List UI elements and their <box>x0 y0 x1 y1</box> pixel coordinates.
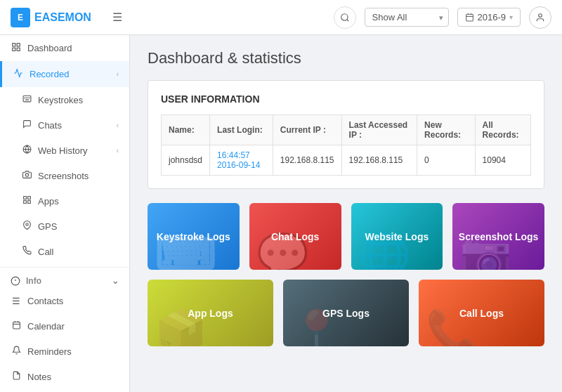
svg-rect-28 <box>13 322 20 329</box>
contacts-icon: ☰ <box>11 296 22 306</box>
date-label: 2016-9 <box>478 12 506 22</box>
gps-icon <box>21 221 32 232</box>
svg-point-6 <box>539 13 542 17</box>
cell-new-records: 0 <box>417 145 476 176</box>
call-logs-label: Call Logs <box>459 308 504 319</box>
chat-logs-label: Chat Logs <box>271 231 319 242</box>
date-button[interactable]: 2016-9 ▾ <box>457 8 521 27</box>
sidebar-item-chats[interactable]: Chats ‹ <box>0 112 129 138</box>
reminders-icon <box>11 346 22 357</box>
page-title: Dashboard & statistics <box>148 49 544 67</box>
contacts-label: Contacts <box>27 296 63 306</box>
show-all-select[interactable]: Show All <box>365 8 449 27</box>
svg-point-19 <box>25 174 28 176</box>
svg-point-0 <box>341 13 347 20</box>
svg-rect-10 <box>17 48 20 51</box>
sidebar-item-gps[interactable]: GPS <box>0 214 129 239</box>
show-all-wrapper: Show All <box>365 8 449 27</box>
card-screenshot-logs[interactable]: 📷 Screenshot Logs <box>452 203 544 270</box>
svg-rect-11 <box>23 96 31 102</box>
notes-icon <box>11 371 22 382</box>
svg-rect-20 <box>23 197 26 200</box>
sidebar-item-screenshots[interactable]: Screenshots <box>0 163 129 188</box>
logo-icon: E <box>11 8 30 27</box>
notes-label: Notes <box>27 372 51 382</box>
user-button[interactable] <box>529 6 551 29</box>
keystrokes-label: Keystrokes <box>38 95 83 105</box>
cell-current-ip: 192.168.8.115 <box>273 145 341 176</box>
card-website-logs[interactable]: 🌐 Website Logs <box>351 203 443 270</box>
chats-icon <box>21 119 32 131</box>
web-history-chevron-icon: ‹ <box>117 147 119 155</box>
sidebar-item-call[interactable]: Call <box>0 239 129 264</box>
user-info-card: USER INFORMATION Name: Last Login: Curre… <box>148 80 544 189</box>
app-name: EASEMON <box>34 11 91 24</box>
sidebar: Dashboard Recorded ‹ <box>0 35 130 392</box>
keystrokes-icon <box>21 94 32 105</box>
search-button[interactable] <box>334 6 356 29</box>
sidebar-item-reminders[interactable]: Reminders <box>0 339 129 364</box>
dashboard-icon <box>11 42 22 54</box>
apps-label: Apps <box>38 196 59 207</box>
sidebar-item-keystrokes[interactable]: Keystrokes <box>0 87 129 112</box>
app-logs-label: App Logs <box>188 308 233 319</box>
dashboard-label: Dashboard <box>27 43 72 53</box>
gps-logs-label: GPS Logs <box>322 308 370 319</box>
col-all-records: All Records: <box>475 115 530 145</box>
sidebar-item-web-history[interactable]: Web History ‹ <box>0 138 129 163</box>
chats-chevron-icon: ‹ <box>117 122 119 129</box>
svg-rect-21 <box>27 197 30 200</box>
top-nav: E EASEMON ☰ Show All 2016-9 ▾ <box>0 0 562 35</box>
cards-row-1: ⌨ Keystroke Logs 💬 Chat Logs 🌐 Website L… <box>148 203 544 270</box>
card-app-logs[interactable]: 📦 App Logs <box>148 280 273 346</box>
date-chevron-icon: ▾ <box>509 13 513 21</box>
web-history-icon <box>21 145 32 156</box>
user-info-table: Name: Last Login: Current IP : Last Acce… <box>161 115 531 176</box>
gps-label: GPS <box>38 221 57 232</box>
sidebar-item-apps[interactable]: Apps <box>0 188 129 214</box>
reminders-label: Reminders <box>27 346 72 357</box>
svg-rect-7 <box>13 44 15 46</box>
svg-rect-2 <box>466 14 473 21</box>
svg-rect-23 <box>27 201 30 204</box>
screenshots-icon <box>21 170 32 181</box>
sidebar-item-dashboard[interactable]: Dashboard <box>0 35 129 61</box>
sidebar-divider-1 <box>0 267 129 268</box>
call-icon <box>21 246 32 257</box>
sidebar-item-recorded[interactable]: Recorded ‹ <box>0 61 129 87</box>
recorded-icon <box>13 68 24 80</box>
cell-name: johnsdsd <box>162 145 210 176</box>
info-label: Info <box>26 276 41 286</box>
website-logs-label: Website Logs <box>365 231 429 242</box>
svg-rect-22 <box>23 201 26 204</box>
screenshots-label: Screenshots <box>38 171 89 181</box>
cell-last-accessed-ip: 192.168.8.115 <box>341 145 417 176</box>
calendar-icon <box>11 320 22 332</box>
svg-rect-9 <box>13 48 15 51</box>
info-chevron-icon: ⌄ <box>112 276 119 286</box>
main-content: Dashboard & statistics USER INFORMATION … <box>130 35 562 392</box>
user-info-row: johnsdsd 16:44:57 2016-09-14 192.168.8.1… <box>162 145 531 176</box>
svg-rect-8 <box>17 44 20 46</box>
hamburger-icon[interactable]: ☰ <box>112 11 122 24</box>
sidebar-item-voice-memos[interactable]: Voice Memos <box>0 389 129 392</box>
sidebar-item-calendar[interactable]: Calendar <box>0 313 129 339</box>
col-name: Name: <box>162 115 210 145</box>
apps-icon <box>21 195 32 207</box>
sidebar-item-notes[interactable]: Notes <box>0 364 129 389</box>
sidebar-item-contacts[interactable]: ☰ Contacts <box>0 289 129 313</box>
card-chat-logs[interactable]: 💬 Chat Logs <box>249 203 341 270</box>
chats-label: Chats <box>38 120 62 131</box>
svg-point-24 <box>25 223 27 226</box>
card-keystroke-logs[interactable]: ⌨ Keystroke Logs <box>148 203 240 270</box>
cell-all-records: 10904 <box>475 145 530 176</box>
user-info-title: USER INFORMATION <box>161 93 531 105</box>
card-call-logs[interactable]: 📞 Call Logs <box>419 280 544 346</box>
recorded-label: Recorded <box>30 69 69 79</box>
card-gps-logs[interactable]: 📍 GPS Logs <box>283 280 409 346</box>
cards-row-2: 📦 App Logs 📍 GPS Logs 📞 Call Logs <box>148 280 544 346</box>
screenshot-logs-label: Screenshot Logs <box>459 231 539 242</box>
call-label: Call <box>38 247 53 257</box>
app-container: E EASEMON ☰ Show All 2016-9 ▾ <box>0 0 562 392</box>
sidebar-section-info[interactable]: Info ⌄ <box>0 270 129 289</box>
